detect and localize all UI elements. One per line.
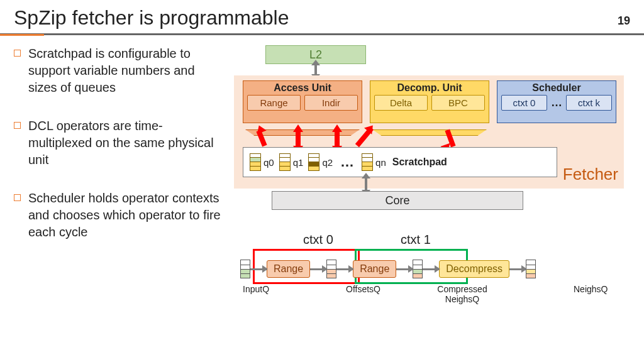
bullet-text: Scratchpad is configurable to support va… <box>28 45 221 96</box>
ctxt-0-label: ctxt 0 <box>303 233 333 247</box>
queue-label: q0 <box>264 157 274 168</box>
access-unit: Access Unit Range Indir <box>243 80 362 123</box>
queue-label: InputQ <box>243 284 269 294</box>
scheduler-title: Scheduler <box>497 81 616 95</box>
page-number: 19 <box>618 14 630 28</box>
pipeline-diagram: ctxt 0 ctxt 1 Range Range Decompress Inp… <box>234 233 624 314</box>
arrow-right-icon <box>310 268 326 270</box>
ellipsis-icon: … <box>338 154 357 170</box>
offsets-queue <box>326 260 336 278</box>
ctxt-1-label: ctxt 1 <box>401 233 431 247</box>
decomp-unit-title: Decomp. Unit <box>370 81 489 95</box>
arrow-right-icon <box>250 268 267 270</box>
compressed-neighs-queue <box>413 260 423 278</box>
bullet-icon <box>14 50 21 57</box>
scheduler-unit: Scheduler ctxt 0 … ctxt k <box>497 80 616 123</box>
bullet-icon <box>14 194 21 201</box>
arrow-right-icon <box>336 268 353 270</box>
arrow-right-icon <box>396 268 413 270</box>
queue-label: qn <box>375 157 386 168</box>
queue-label: Compressed NeighsQ <box>434 284 491 304</box>
queue-label: q1 <box>293 157 304 168</box>
decomp-unit: Decomp. Unit Delta BPC <box>370 80 489 123</box>
fetcher-label: Fetcher <box>563 165 618 184</box>
ctxt-0: ctxt 0 <box>501 95 547 111</box>
bullet-list: Scratchpad is configurable to support va… <box>14 45 221 314</box>
queue-label: OffsetsQ <box>346 284 380 294</box>
access-unit-title: Access Unit <box>243 81 362 95</box>
slide-title: SpZip fetcher is programmable <box>14 6 618 30</box>
title-rule-accent <box>0 34 44 36</box>
arrow-right-icon <box>509 268 526 270</box>
scratchpad: q0 q1 q2 … qn Scratchpad <box>243 147 557 177</box>
decompress-op: Decompress <box>439 260 509 278</box>
fetcher-diagram: L2 Fetcher Access Unit Range Indir Decom… <box>234 45 624 228</box>
bpc-op: BPC <box>431 95 485 111</box>
input-queue <box>240 260 250 278</box>
queue-label: q2 <box>322 157 333 168</box>
queue-label: NeighsQ <box>574 284 608 294</box>
delta-op: Delta <box>374 95 428 111</box>
range-op: Range <box>247 95 301 111</box>
indir-op: Indir <box>304 95 358 111</box>
bullet-text: DCL operators are time-multiplexed on th… <box>28 118 221 168</box>
ellipsis-icon: … <box>551 96 562 109</box>
core-block: Core <box>272 191 523 210</box>
scratchpad-label: Scratchpad <box>392 156 447 168</box>
range-op: Range <box>267 260 310 278</box>
ctxt-k: ctxt k <box>566 95 612 111</box>
bullet-text: Scheduler holds operator contexts and ch… <box>28 190 221 241</box>
range-op: Range <box>353 260 396 278</box>
bullet-icon <box>14 122 21 129</box>
arrow-right-icon <box>423 268 439 270</box>
neighs-queue <box>526 260 536 278</box>
